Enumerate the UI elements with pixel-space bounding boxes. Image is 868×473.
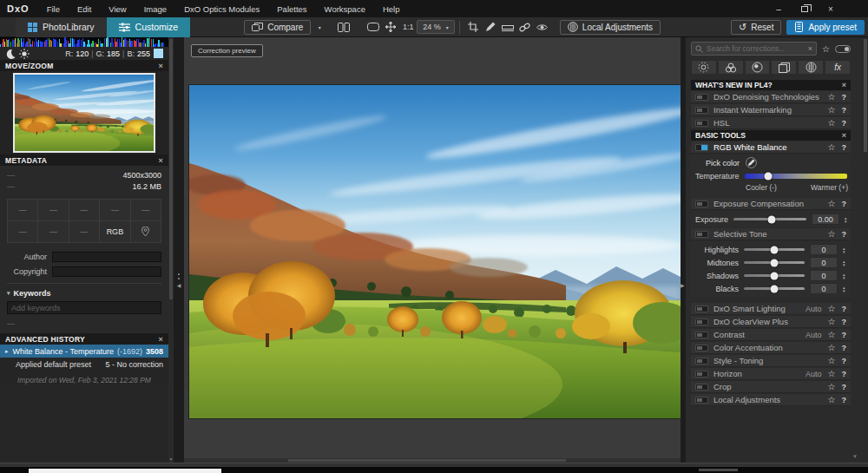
- sun-icon[interactable]: [19, 49, 30, 59]
- midtones-slider[interactable]: [744, 261, 805, 264]
- stepper[interactable]: ▴▾: [843, 246, 845, 253]
- photo-image[interactable]: [189, 85, 681, 418]
- star-icon[interactable]: ☆: [828, 92, 836, 102]
- menu-workspace[interactable]: Workspace: [316, 2, 374, 16]
- help-icon[interactable]: ?: [842, 93, 847, 102]
- tab-color[interactable]: [718, 60, 744, 75]
- exposure-slider[interactable]: [733, 218, 806, 220]
- star-icon[interactable]: ☆: [828, 356, 836, 365]
- tool-row-color-accentuation[interactable]: Color Accentuation ☆?: [691, 342, 851, 354]
- movezoom-preview[interactable]: [0, 71, 168, 154]
- scroll-down-icon[interactable]: ▼: [852, 454, 858, 459]
- star-icon[interactable]: ☆: [828, 343, 836, 352]
- star-icon[interactable]: ☆: [828, 199, 836, 208]
- stepper[interactable]: ▴▾: [843, 273, 845, 279]
- help-icon[interactable]: ?: [842, 200, 847, 208]
- tool-toggle[interactable]: [695, 371, 708, 378]
- tool-row-horizon[interactable]: Horizon Auto☆?: [691, 368, 851, 380]
- minimize-button[interactable]: –: [767, 3, 790, 15]
- star-icon[interactable]: ☆: [828, 142, 836, 152]
- close-icon[interactable]: ×: [842, 131, 846, 140]
- tool-row-contrast[interactable]: Contrast Auto☆?: [691, 329, 851, 341]
- geolocation-cell[interactable]: [131, 221, 161, 243]
- tool-toggle[interactable]: [695, 107, 708, 114]
- menu-view[interactable]: View: [100, 2, 135, 16]
- tool-row-watermarking[interactable]: Instant Watermarking ☆?: [691, 104, 851, 116]
- tab-customize[interactable]: Customize: [107, 17, 191, 37]
- help-icon[interactable]: ?: [842, 331, 847, 339]
- help-icon[interactable]: ?: [842, 396, 847, 404]
- move-icon[interactable]: [382, 20, 399, 35]
- filmstrip-thumbnail[interactable]: [29, 469, 221, 473]
- exposure-value[interactable]: 0.00: [812, 214, 839, 225]
- filmstrip-scroll-segment[interactable]: [699, 469, 738, 471]
- restore-button[interactable]: [793, 3, 816, 15]
- tool-toggle[interactable]: [695, 384, 708, 391]
- pick-color-eyedropper[interactable]: [746, 157, 757, 168]
- highlights-slider[interactable]: [744, 248, 805, 251]
- author-input[interactable]: [52, 252, 161, 262]
- help-icon[interactable]: ?: [842, 383, 847, 391]
- menu-file[interactable]: File: [38, 2, 69, 16]
- blacks-value[interactable]: 0: [810, 283, 838, 294]
- tool-toggle[interactable]: [695, 319, 708, 325]
- split-view-icon[interactable]: [335, 20, 352, 35]
- compare-button[interactable]: Compare: [244, 20, 311, 35]
- clear-search-icon[interactable]: ×: [808, 44, 812, 53]
- viewport-icon[interactable]: [365, 20, 382, 35]
- favorites-filter-icon[interactable]: ☆: [822, 44, 830, 54]
- tool-row-exposure-compensation[interactable]: Exposure Compensation ☆?: [691, 198, 851, 210]
- tool-toggle[interactable]: [695, 358, 708, 365]
- menu-edit[interactable]: Edit: [69, 2, 100, 16]
- star-icon[interactable]: ☆: [828, 317, 836, 326]
- tool-row-denoising[interactable]: DxO Denoising Technologies ☆?: [691, 91, 851, 103]
- keywords-section-title[interactable]: ▾ Keywords: [7, 287, 161, 299]
- crop-icon[interactable]: [464, 20, 482, 35]
- ratio-1-1[interactable]: 1:1: [399, 20, 417, 35]
- midtones-value[interactable]: 0: [810, 257, 838, 268]
- star-icon[interactable]: ☆: [828, 229, 836, 239]
- tab-geometry[interactable]: [771, 60, 797, 75]
- tool-toggle[interactable]: [695, 120, 708, 127]
- menu-dxo-optics-modules[interactable]: DxO Optics Modules: [175, 2, 268, 16]
- tab-light[interactable]: [691, 60, 717, 75]
- temperature-slider[interactable]: [745, 174, 847, 179]
- history-item[interactable]: Applied default preset 5 - No correction: [0, 358, 168, 371]
- tool-row-smart-lighting[interactable]: DxO Smart Lighting Auto☆?: [691, 303, 851, 315]
- help-icon[interactable]: ?: [842, 143, 847, 152]
- moon-icon[interactable]: [5, 49, 16, 59]
- star-icon[interactable]: ☆: [828, 395, 836, 404]
- tool-toggle[interactable]: [695, 397, 708, 404]
- star-icon[interactable]: ☆: [828, 382, 836, 391]
- left-collapse-handle[interactable]: ◀: [174, 273, 183, 288]
- help-icon[interactable]: ?: [842, 318, 847, 326]
- shadows-value[interactable]: 0: [810, 270, 838, 281]
- star-icon[interactable]: ☆: [828, 330, 836, 339]
- stepper[interactable]: ▴▾: [843, 259, 845, 266]
- tool-toggle[interactable]: [695, 94, 708, 101]
- apply-preset-button[interactable]: Apply preset: [786, 20, 865, 35]
- help-icon[interactable]: ?: [842, 305, 847, 313]
- tool-row-local-adjustments[interactable]: Local Adjustments ☆?: [691, 394, 851, 406]
- tool-row-clearview[interactable]: DxO ClearView Plus ☆?: [691, 316, 851, 328]
- exposure-stepper[interactable]: ▴▾: [845, 216, 847, 223]
- tab-photolibrary[interactable]: PhotoLibrary: [16, 17, 107, 37]
- tool-row-rgb-white-balance[interactable]: RGB White Balance ☆?: [691, 141, 851, 154]
- tab-effects[interactable]: fx: [825, 60, 851, 75]
- help-icon[interactable]: ?: [842, 106, 847, 115]
- close-icon[interactable]: ×: [158, 62, 163, 70]
- zoom-level-select[interactable]: 24 % ▾: [417, 20, 455, 34]
- tool-row-crop[interactable]: Crop ☆?: [691, 381, 851, 393]
- active-corrections-toggle[interactable]: [835, 45, 851, 53]
- right-panel-scrollbar[interactable]: [863, 37, 868, 463]
- tool-toggle[interactable]: [695, 332, 708, 338]
- help-icon[interactable]: ?: [842, 370, 847, 378]
- menu-image[interactable]: Image: [135, 2, 175, 16]
- close-icon[interactable]: ×: [158, 156, 163, 165]
- tool-toggle[interactable]: [695, 305, 708, 312]
- tool-row-style-toning[interactable]: Style - Toning ☆?: [691, 355, 851, 367]
- compare-dropdown[interactable]: ▾: [311, 20, 328, 35]
- blacks-slider[interactable]: [744, 287, 805, 290]
- help-icon[interactable]: ?: [842, 357, 847, 365]
- left-panel-collapse-gutter[interactable]: ◀: [174, 37, 184, 463]
